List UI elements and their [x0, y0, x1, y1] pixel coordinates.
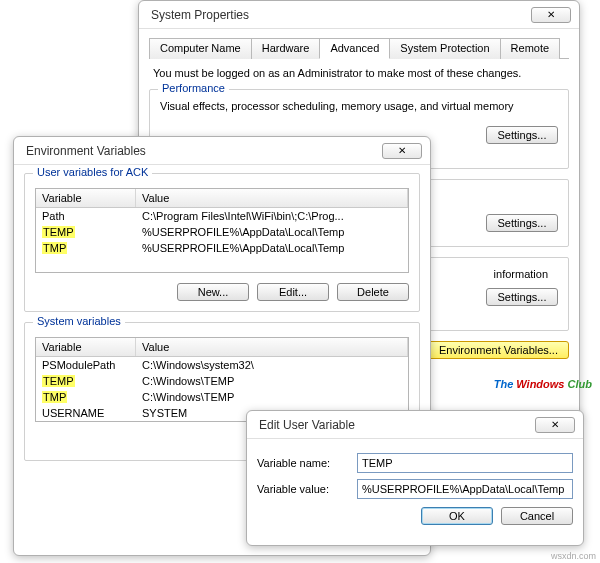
user-variables-group: User variables for ACK Variable Value Pa… [24, 173, 420, 312]
var-value: C:\Windows\system32\ [142, 359, 254, 371]
close-icon[interactable]: ✕ [382, 143, 422, 159]
sysprops-title: System Properties [151, 8, 249, 22]
var-value: %USERPROFILE%\AppData\Local\Temp [142, 242, 344, 254]
close-icon[interactable]: ✕ [535, 417, 575, 433]
column-header-variable[interactable]: Variable [36, 338, 136, 356]
close-icon[interactable]: ✕ [531, 7, 571, 23]
startup-settings-button[interactable]: Settings... [486, 288, 558, 306]
cancel-button[interactable]: Cancel [501, 507, 573, 525]
user-delete-button[interactable]: Delete [337, 283, 409, 301]
column-header-value[interactable]: Value [136, 189, 408, 207]
envvars-titlebar[interactable]: Environment Variables ✕ [14, 137, 430, 165]
var-name: TMP [42, 242, 67, 254]
windows-club-logo: The Windows Club [494, 378, 592, 390]
var-value: C:\Windows\TEMP [142, 391, 234, 403]
profiles-settings-button[interactable]: Settings... [486, 214, 558, 232]
table-row[interactable]: TEMP C:\Windows\TEMP [36, 373, 408, 389]
var-value: C:\Program Files\Intel\WiFi\bin\;C:\Prog… [142, 210, 344, 222]
variable-value-input[interactable] [357, 479, 573, 499]
user-new-button[interactable]: New... [177, 283, 249, 301]
variable-name-label: Variable name: [257, 457, 347, 469]
sysprops-tabs: Computer Name Hardware Advanced System P… [149, 37, 569, 59]
user-variables-table[interactable]: Variable Value Path C:\Program Files\Int… [35, 188, 409, 273]
edituser-title: Edit User Variable [259, 418, 355, 432]
var-value: %USERPROFILE%\AppData\Local\Temp [142, 226, 344, 238]
edituser-titlebar[interactable]: Edit User Variable ✕ [247, 411, 583, 439]
tab-advanced[interactable]: Advanced [319, 38, 390, 59]
var-name: USERNAME [42, 407, 104, 419]
performance-desc: Visual effects, processor scheduling, me… [160, 100, 558, 112]
tab-system-protection[interactable]: System Protection [389, 38, 500, 59]
admin-note: You must be logged on as an Administrato… [153, 67, 569, 79]
column-header-variable[interactable]: Variable [36, 189, 136, 207]
var-value: SYSTEM [142, 407, 187, 419]
sysprops-titlebar[interactable]: System Properties ✕ [139, 1, 579, 29]
performance-legend: Performance [158, 82, 229, 94]
system-variables-legend: System variables [33, 315, 125, 327]
ok-button[interactable]: OK [421, 507, 493, 525]
var-value: C:\Windows\TEMP [142, 375, 234, 387]
environment-variables-button[interactable]: Environment Variables... [428, 341, 569, 359]
tab-hardware[interactable]: Hardware [251, 38, 321, 59]
watermark: wsxdn.com [551, 551, 596, 561]
column-header-value[interactable]: Value [136, 338, 408, 356]
envvars-title: Environment Variables [26, 144, 146, 158]
table-row[interactable]: Path C:\Program Files\Intel\WiFi\bin\;C:… [36, 208, 408, 224]
variable-name-input[interactable] [357, 453, 573, 473]
table-row [36, 256, 408, 272]
performance-settings-button[interactable]: Settings... [486, 126, 558, 144]
table-row[interactable]: PSModulePath C:\Windows\system32\ [36, 357, 408, 373]
edit-user-variable-dialog: Edit User Variable ✕ Variable name: Vari… [246, 410, 584, 546]
table-row[interactable]: TMP %USERPROFILE%\AppData\Local\Temp [36, 240, 408, 256]
var-name: TMP [42, 391, 67, 403]
tab-remote[interactable]: Remote [500, 38, 561, 59]
var-name: TEMP [42, 375, 75, 387]
var-name: Path [42, 210, 65, 222]
user-edit-button[interactable]: Edit... [257, 283, 329, 301]
table-row[interactable]: TEMP %USERPROFILE%\AppData\Local\Temp [36, 224, 408, 240]
var-name: PSModulePath [42, 359, 115, 371]
variable-value-label: Variable value: [257, 483, 347, 495]
var-name: TEMP [42, 226, 75, 238]
tab-computer-name[interactable]: Computer Name [149, 38, 252, 59]
user-variables-legend: User variables for ACK [33, 166, 152, 178]
table-row[interactable]: TMP C:\Windows\TEMP [36, 389, 408, 405]
